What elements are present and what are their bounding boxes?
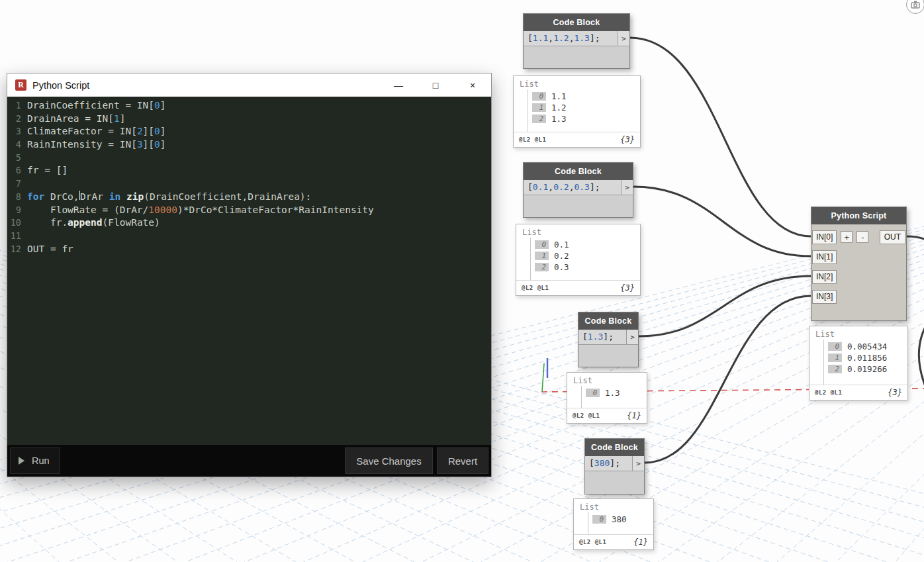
code-block-expression[interactable]: [0.1,0.2,0.3]; — [524, 180, 621, 195]
save-changes-button[interactable]: Save Changes — [345, 447, 433, 474]
node-body: [380]; > — [585, 456, 644, 494]
list-count: {1} — [627, 411, 641, 420]
editor-titlebar[interactable]: R Python Script — □ × — [7, 73, 491, 97]
list-preview-bubble[interactable]: List 01.1 11.2 21.3 @L2 @L1 {3} — [513, 75, 641, 148]
input-port-in0[interactable]: IN[0] — [812, 230, 837, 244]
line-number: 9 — [7, 204, 27, 217]
code-block-node-1[interactable]: Code Block [1.1,1.2,1.3]; > — [523, 13, 630, 69]
play-icon — [19, 457, 24, 465]
dynamo-canvas[interactable]: Code Block [1.1,1.2,1.3]; > List 01.1 11… — [0, 0, 924, 562]
list-value: 0.2 — [554, 251, 569, 261]
line-number: 3 — [7, 125, 27, 138]
wire-cb1-to-in0[interactable] — [630, 38, 811, 236]
line-number: 7 — [7, 177, 27, 191]
lacing-levels[interactable]: @L2 @L1 — [579, 539, 606, 545]
list-label: List — [516, 224, 640, 238]
output-port[interactable]: > — [618, 31, 629, 46]
lacing-levels[interactable]: @L2 @L1 — [815, 389, 842, 396]
node-body: IN[0] + - OUT IN[1] IN[2] IN[3] — [811, 224, 906, 320]
list-row: 01.1 — [528, 91, 640, 102]
wire-cb2-to-in1[interactable] — [633, 187, 811, 256]
list-row: 00.1 — [531, 239, 640, 250]
lacing-levels[interactable]: @L2 @L1 — [573, 412, 600, 419]
code-segment: 1.1 — [533, 33, 548, 43]
list-rows: 01.3 — [581, 386, 647, 408]
input-port-in1[interactable]: IN[1] — [812, 250, 837, 264]
code-segment: ]; — [603, 332, 614, 342]
list-index: 1 — [535, 252, 549, 260]
list-footer: @L2 @L1 {3} — [516, 280, 640, 295]
list-preview-bubble[interactable]: List 01.3 @L2 @L1 {1} — [567, 372, 647, 424]
code-segment: for — [27, 191, 44, 204]
list-value: 1.3 — [551, 114, 567, 124]
list-preview-bubble[interactable]: List 00.005434 10.011856 20.019266 @L2 @… — [809, 326, 908, 400]
output-port[interactable]: > — [632, 456, 644, 471]
editor-footer: Run Save Changes Revert — [7, 445, 491, 477]
code-segment: )*DrCo*ClimateFactor*RainIntensity — [177, 204, 374, 217]
code-segment: 0 — [154, 125, 160, 138]
line-number: 4 — [7, 138, 27, 152]
code-segment: 10000 — [148, 204, 177, 217]
run-button[interactable]: Run — [10, 447, 60, 474]
code-segment: DrCo, — [44, 191, 79, 204]
list-preview-bubble[interactable]: List 0380 @L2 @L1 {1} — [573, 498, 654, 550]
node-resize-area[interactable] — [578, 345, 638, 367]
output-port[interactable]: > — [626, 330, 638, 344]
python-script-node[interactable]: Python Script IN[0] + - OUT IN[1] IN[2] … — [811, 207, 907, 321]
add-input-button[interactable]: + — [841, 231, 853, 243]
list-footer: @L2 @L1 {1} — [567, 408, 647, 423]
list-value: 1.1 — [551, 91, 567, 101]
node-resize-area[interactable] — [585, 471, 644, 494]
code-segment: append — [68, 216, 102, 230]
lacing-levels[interactable]: @L2 @L1 — [519, 136, 546, 143]
wire-cb3-to-in2[interactable] — [639, 276, 811, 336]
node-header[interactable]: Code Block — [524, 163, 633, 180]
wire-cb4-to-in3[interactable] — [645, 296, 811, 463]
remove-input-button[interactable]: - — [856, 231, 868, 243]
node-header[interactable]: Python Script — [811, 207, 906, 224]
list-row: 20.019266 — [824, 363, 907, 375]
node-resize-area[interactable] — [524, 195, 633, 217]
list-index: 2 — [535, 263, 549, 271]
list-row: 10.011856 — [824, 352, 907, 363]
code-segment: , — [548, 33, 553, 43]
output-port-out[interactable]: OUT — [880, 230, 905, 244]
list-row: 11.2 — [528, 102, 640, 113]
code-block-node-4[interactable]: Code Block [380]; > — [584, 438, 645, 494]
list-label: List — [809, 326, 907, 340]
node-header[interactable]: Code Block — [585, 439, 644, 456]
list-index: 2 — [828, 365, 842, 373]
node-header[interactable]: Code Block — [578, 312, 638, 330]
lacing-levels[interactable]: @L2 @L1 — [522, 285, 549, 291]
list-footer: @L2 @L1 {3} — [514, 132, 640, 147]
maximize-button[interactable]: □ — [417, 73, 454, 97]
code-segment: 0.1 — [533, 182, 548, 192]
code-segment: 0.3 — [574, 182, 589, 192]
input-port-in2[interactable]: IN[2] — [812, 270, 837, 284]
code-block-expression[interactable]: [1.3]; — [578, 330, 626, 344]
output-port[interactable]: > — [621, 180, 633, 195]
code-block-node-2[interactable]: Code Block [0.1,0.2,0.3]; > — [523, 162, 633, 218]
code-segment: DrainArea = IN[ — [27, 113, 114, 126]
code-block-expression[interactable]: [380]; — [585, 456, 632, 471]
code-segment: 1.2 — [553, 33, 569, 43]
code-editor[interactable]: 1DrainCoefficient = IN[0] 2DrainArea = I… — [7, 97, 491, 445]
list-index: 1 — [828, 353, 842, 362]
list-preview-bubble[interactable]: List 00.1 10.2 20.3 @L2 @L1 {3} — [516, 224, 641, 296]
node-body: [1.1,1.2,1.3]; > — [524, 31, 629, 68]
code-block-node-3[interactable]: Code Block [1.3]; > — [578, 312, 639, 367]
input-port-in3[interactable]: IN[3] — [812, 290, 837, 304]
editor-title: Python Script — [32, 80, 89, 91]
code-segment: zip — [126, 191, 144, 204]
minimize-button[interactable]: — — [380, 73, 417, 97]
list-index: 0 — [535, 240, 549, 249]
node-resize-area[interactable] — [524, 46, 629, 68]
code-block-expression[interactable]: [1.1,1.2,1.3]; — [524, 31, 618, 46]
python-editor-window[interactable]: R Python Script — □ × 1DrainCoefficient … — [7, 73, 492, 477]
revert-button[interactable]: Revert — [437, 447, 488, 474]
close-button[interactable]: × — [454, 73, 491, 97]
wire-out-offscreen[interactable] — [907, 236, 924, 395]
code-segment: 0.2 — [553, 182, 569, 192]
node-header[interactable]: Code Block — [524, 14, 629, 31]
code-segment: DrainCoefficient = IN[ — [27, 99, 154, 113]
